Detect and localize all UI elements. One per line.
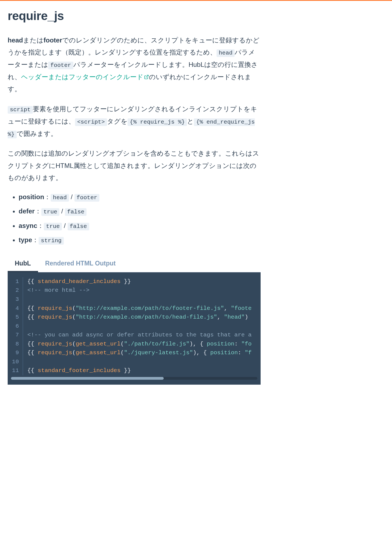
horizontal-scrollbar[interactable] bbox=[11, 377, 257, 380]
opt-label: type bbox=[19, 236, 32, 244]
paragraph-1: headまたはfooterでのレンダリングのために、スクリプトをキューに登録する… bbox=[8, 34, 261, 95]
tok: {{ bbox=[27, 341, 38, 347]
tok: }} bbox=[120, 278, 131, 285]
opt-sep: ： bbox=[44, 193, 51, 201]
code-line: 10 bbox=[8, 358, 261, 367]
opt-value: footer bbox=[74, 194, 100, 202]
tok: "f bbox=[245, 350, 252, 356]
tok: {{ bbox=[27, 314, 38, 320]
opt-mid: / bbox=[62, 222, 67, 229]
opt-value: string bbox=[39, 237, 64, 245]
text: タグを bbox=[107, 118, 128, 125]
list-item-position: position：head / footer bbox=[19, 192, 261, 202]
tok: }} bbox=[120, 367, 131, 374]
tok: ) bbox=[245, 314, 248, 320]
list-item-defer: defer：true / false bbox=[19, 206, 261, 217]
tok: <!-- you can add async or defer attribut… bbox=[27, 332, 252, 338]
page-container: require_js headまたはfooterでのレンダリングのために、スクリ… bbox=[0, 1, 268, 396]
tab-hubl[interactable]: HubL bbox=[8, 256, 38, 272]
code-line: 6 bbox=[8, 322, 261, 331]
tok: {{ bbox=[27, 278, 38, 285]
code-line: 2<!-- more html --> bbox=[8, 286, 261, 295]
code-require-open: {% require_js %} bbox=[128, 118, 187, 126]
line-number: 5 bbox=[8, 313, 23, 322]
page-title: require_js bbox=[8, 9, 261, 23]
tok: position bbox=[210, 350, 238, 356]
code-script-tag: <script> bbox=[75, 118, 107, 126]
svg-line-0 bbox=[146, 75, 148, 77]
code-line: 9{{ require_js(get_asset_url("./jquery-l… bbox=[8, 348, 261, 358]
list-item-type: type：string bbox=[19, 235, 261, 245]
tok: : bbox=[238, 350, 245, 356]
tok: ( bbox=[72, 314, 76, 320]
tok: "head" bbox=[224, 314, 245, 320]
line-number: 3 bbox=[8, 295, 23, 304]
bold-footer: footer bbox=[44, 36, 62, 44]
opt-value: false bbox=[68, 223, 89, 230]
tok: get_asset_url bbox=[76, 341, 120, 347]
opt-sep: ： bbox=[35, 207, 41, 215]
tok: "./jquery-latest.js" bbox=[124, 350, 193, 356]
code-script: script bbox=[8, 106, 33, 114]
tok: standard_footer_includes bbox=[38, 367, 120, 374]
code-tabs: HubL Rendered HTML Output bbox=[8, 256, 261, 272]
code-head: head bbox=[217, 49, 235, 57]
tok: , bbox=[224, 305, 231, 311]
code-footer: footer bbox=[48, 62, 73, 69]
options-list: position：head / footer defer：true / fals… bbox=[8, 192, 261, 245]
paragraph-2: script要素を使用してフッターにレンダリングされるインラインスクリプトをキュ… bbox=[8, 103, 261, 140]
tok: : bbox=[234, 341, 241, 347]
tok: "foote bbox=[231, 305, 252, 311]
tok: ( bbox=[72, 341, 76, 347]
tok: {{ bbox=[27, 350, 38, 356]
opt-value: false bbox=[65, 208, 87, 216]
opt-value: true bbox=[44, 223, 62, 230]
code-line: 1{{ standard_header_includes }} bbox=[8, 277, 261, 286]
tok: require_js bbox=[38, 350, 72, 356]
line-number: 6 bbox=[8, 322, 23, 331]
paragraph-3: この関数には追加のレンダリングオプションを含めることもできます。これらはスクリプ… bbox=[8, 147, 261, 184]
tok: require_js bbox=[38, 305, 72, 311]
line-number: 11 bbox=[8, 366, 23, 375]
code-line: 4{{ require_js("http://example.com/path/… bbox=[8, 304, 261, 313]
text: または bbox=[23, 36, 44, 44]
line-number: 10 bbox=[8, 358, 23, 367]
tok: {{ bbox=[27, 367, 38, 374]
opt-label: async bbox=[19, 222, 37, 229]
tok: ( bbox=[72, 350, 76, 356]
line-number: 2 bbox=[8, 286, 23, 295]
line-number: 4 bbox=[8, 304, 23, 313]
code-line: 8{{ require_js(get_asset_url("./path/to/… bbox=[8, 340, 261, 349]
opt-mid: / bbox=[59, 207, 65, 215]
opt-label: defer bbox=[19, 207, 35, 215]
text: と bbox=[187, 118, 194, 125]
line-number: 8 bbox=[8, 340, 23, 349]
text: で囲みます。 bbox=[17, 130, 57, 137]
bold-head: head bbox=[8, 36, 23, 44]
tok: "fo bbox=[241, 341, 252, 347]
opt-label: position bbox=[19, 193, 44, 201]
tok: standard_header_includes bbox=[38, 278, 120, 285]
link-text: ヘッダーまたはフッターのインクルード bbox=[21, 73, 143, 81]
link-header-footer-include[interactable]: ヘッダーまたはフッターのインクルード bbox=[21, 73, 149, 81]
code-line: 7<!-- you can add async or defer attribu… bbox=[8, 331, 261, 340]
tok: get_asset_url bbox=[76, 350, 120, 356]
line-number: 9 bbox=[8, 348, 23, 358]
tok: "http://example.com/path/to/head-file.js… bbox=[76, 314, 217, 320]
tok: ), { bbox=[189, 341, 207, 347]
tok: <!-- more html --> bbox=[27, 287, 90, 293]
scrollbar-thumb[interactable] bbox=[11, 377, 164, 380]
tok: ( bbox=[120, 350, 124, 356]
opt-sep: ： bbox=[37, 222, 44, 229]
opt-sep: ： bbox=[32, 236, 39, 244]
line-number: 1 bbox=[8, 277, 23, 286]
tok: , bbox=[217, 314, 224, 320]
code-line: 11{{ standard_footer_includes }} bbox=[8, 366, 261, 375]
tok: {{ bbox=[27, 305, 38, 311]
list-item-async: async：true / false bbox=[19, 221, 261, 231]
external-link-icon bbox=[144, 75, 149, 79]
tab-rendered-html[interactable]: Rendered HTML Output bbox=[38, 256, 123, 272]
tok: "./path/to/file.js" bbox=[124, 341, 189, 347]
code-line: 3 bbox=[8, 295, 261, 304]
tok: ( bbox=[72, 305, 76, 311]
